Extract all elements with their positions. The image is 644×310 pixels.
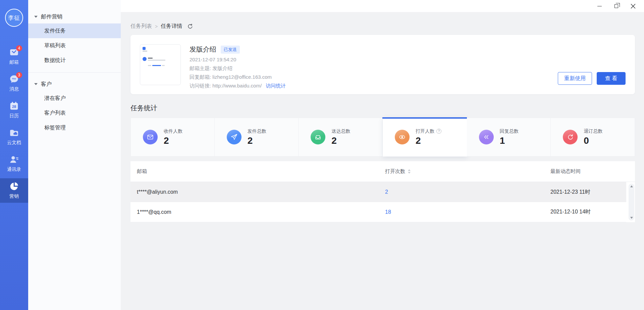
send-icon — [227, 130, 241, 144]
opened-users-table: 邮箱 打开次数 最新动态时间 t****@aliyun.com 2 2021-1… — [130, 161, 635, 222]
pie-chart-icon — [9, 181, 19, 191]
collapse-caret-icon — [34, 83, 38, 85]
refresh-button[interactable] — [187, 23, 193, 29]
stat-tab-recipients[interactable]: 收件人数 2 — [130, 118, 215, 157]
rail-item-calendar[interactable]: 28 日历 — [0, 98, 28, 122]
row-time: 2021-12-23 11时 — [550, 189, 626, 196]
sidebar-item-potential-customers[interactable]: 潜在客户 — [28, 91, 121, 106]
refresh-icon — [187, 23, 193, 29]
rail-item-contacts[interactable]: 通讯录 — [0, 151, 28, 176]
scroll-up-icon[interactable] — [630, 185, 633, 187]
mailbox-icon: 4 — [9, 47, 19, 57]
sidebar-divider — [28, 72, 121, 73]
table-header: 邮箱 打开次数 最新动态时间 — [130, 161, 635, 182]
calendar-icon: 28 — [9, 101, 19, 111]
recipients-icon — [143, 130, 158, 144]
message-icon: 3 — [9, 74, 19, 84]
breadcrumb-separator: > — [155, 24, 158, 29]
task-detail-card: 发版介绍 已发送 2021-12-07 19:54:20 邮箱主题: 发版介绍 … — [130, 35, 635, 94]
scroll-down-icon[interactable] — [630, 217, 633, 219]
sidebar-group-email-marketing[interactable]: 邮件营销 — [28, 10, 121, 23]
table-body: t****@aliyun.com 2 2021-12-23 11时 1****@… — [130, 182, 635, 222]
sidebar-item-data-statistics[interactable]: 数据统计 — [28, 53, 121, 68]
mailbox-badge: 4 — [16, 45, 22, 51]
close-icon — [631, 4, 636, 9]
preview-logo — [143, 47, 146, 50]
unsubscribe-icon — [563, 130, 578, 144]
task-title: 发版介绍 — [190, 45, 216, 54]
row-email: t****@aliyun.com — [130, 189, 385, 195]
stat-tab-replies[interactable]: 回复总数 1 — [467, 118, 551, 157]
row-email: 1****@qq.com — [130, 209, 385, 215]
stat-tab-opened[interactable]: 打开人数 ? 2 — [383, 118, 467, 157]
stat-tabs: 收件人数 2 发件总数 2 送达总数 2 — [130, 118, 635, 157]
task-visit-link: 访问链接: http://www.baidu.com/ 访问统计 — [190, 83, 286, 89]
table-row[interactable]: t****@aliyun.com 2 2021-12-23 11时 — [130, 182, 626, 202]
view-button[interactable]: 查 看 — [597, 72, 626, 85]
avatar[interactable]: 李征 — [5, 9, 23, 27]
cloud-folder-icon — [9, 128, 19, 138]
restore-button[interactable] — [608, 0, 625, 12]
reply-icon — [479, 130, 494, 144]
task-info: 发版介绍 已发送 2021-12-07 19:54:20 邮箱主题: 发版介绍 … — [190, 44, 286, 85]
rail-item-mailbox[interactable]: 4 邮箱 — [0, 44, 28, 69]
minimize-button[interactable] — [591, 0, 608, 12]
table-scrollbar[interactable] — [629, 184, 634, 221]
task-reply-email: 回复邮箱: lizheng12@office.163.com — [190, 74, 286, 80]
open-count-link[interactable]: 18 — [385, 209, 391, 215]
app-rail: 李征 4 邮箱 3 消息 28 日历 云文档 通讯录 — [0, 0, 28, 310]
titlebar — [121, 0, 644, 12]
visit-stats-link[interactable]: 访问统计 — [266, 83, 286, 88]
column-header-open-count: 打开次数 — [385, 168, 550, 175]
restore-icon — [614, 4, 618, 8]
contacts-icon — [9, 154, 19, 165]
card-actions: 重新使用 查 看 — [558, 72, 626, 85]
stat-tab-unsubscribed[interactable]: 退订总数 0 — [551, 118, 635, 157]
stat-tab-delivered[interactable]: 送达总数 2 — [299, 118, 383, 157]
sidebar-item-draft-list[interactable]: 草稿列表 — [28, 38, 121, 53]
reuse-button[interactable]: 重新使用 — [558, 72, 592, 85]
open-count-link[interactable]: 2 — [385, 189, 388, 195]
email-preview-thumbnail[interactable] — [140, 44, 181, 85]
rail-item-messages[interactable]: 3 消息 — [0, 71, 28, 96]
sort-icon[interactable] — [408, 169, 411, 174]
task-datetime: 2021-12-07 19:54:20 — [190, 57, 286, 63]
column-header-latest-activity: 最新动态时间 — [550, 168, 635, 175]
stat-tab-sent[interactable]: 发件总数 2 — [215, 118, 299, 157]
rail-item-clouddocs[interactable]: 云文档 — [0, 125, 28, 149]
breadcrumb: 任务列表 > 任务详情 — [130, 23, 635, 30]
row-time: 2021-12-10 14时 — [550, 208, 626, 215]
breadcrumb-task-detail: 任务详情 — [161, 23, 182, 30]
close-button[interactable] — [625, 0, 641, 12]
inbox-icon — [311, 130, 325, 144]
section-title-task-statistics: 任务统计 — [130, 104, 635, 113]
eye-icon — [395, 130, 410, 144]
sidebar-item-send-tasks[interactable]: 发件任务 — [28, 23, 121, 38]
minimize-icon — [597, 6, 602, 6]
sidebar: 邮件营销 发件任务 草稿列表 数据统计 客户 潜在客户 客户列表 标签管理 — [28, 0, 121, 310]
main-pane: 任务列表 > 任务详情 — [121, 0, 644, 310]
preview-avatar — [143, 57, 147, 61]
help-icon[interactable]: ? — [436, 129, 441, 134]
status-badge: 已发送 — [221, 46, 240, 54]
rail-item-marketing[interactable]: 营销 — [0, 178, 28, 203]
breadcrumb-task-list[interactable]: 任务列表 — [130, 23, 152, 30]
table-row[interactable]: 1****@qq.com 18 2021-12-10 14时 — [130, 202, 626, 222]
sidebar-item-tag-management[interactable]: 标签管理 — [28, 120, 121, 135]
calendar-date: 28 — [12, 105, 16, 109]
content-area: 任务列表 > 任务详情 — [121, 12, 644, 310]
messages-badge: 3 — [16, 72, 22, 78]
sidebar-group-customers[interactable]: 客户 — [28, 77, 121, 91]
collapse-caret-icon — [34, 16, 38, 18]
task-subject: 邮箱主题: 发版介绍 — [190, 65, 286, 71]
sidebar-item-customer-list[interactable]: 客户列表 — [28, 106, 121, 120]
column-header-email: 邮箱 — [130, 168, 385, 175]
